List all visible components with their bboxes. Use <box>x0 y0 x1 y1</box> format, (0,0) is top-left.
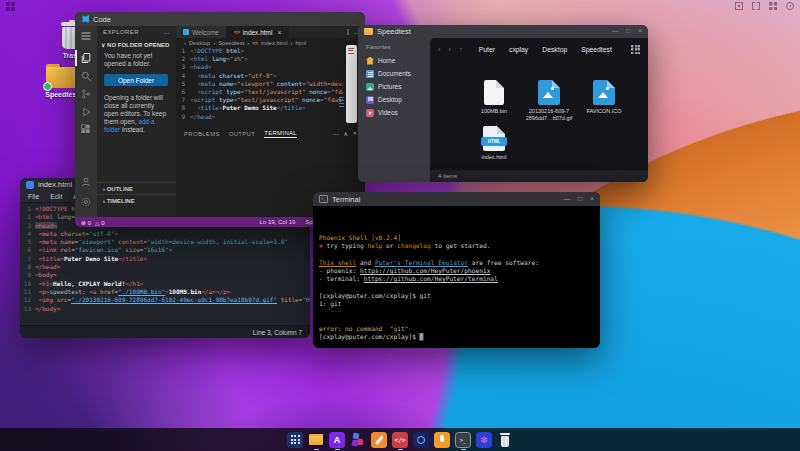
files-main: ‹ › ↑ PutercxplayDesktopSpeedtest 100MB.… <box>430 38 648 182</box>
editor-title: index.html <box>38 180 72 189</box>
tab-index-html[interactable]: <>index.html× <box>227 26 289 38</box>
account-icon[interactable] <box>80 176 92 188</box>
app-center-icon[interactable]: A <box>329 432 345 448</box>
terminal-line: [cxplay@puter.com/cxplay]$ █ <box>319 333 594 341</box>
settings-gear-icon[interactable] <box>80 196 92 208</box>
split-editor-icon[interactable]: ⫿ <box>347 29 349 36</box>
code-line: 6 <link rel="favicon.ico" size="16x16"> <box>20 246 310 254</box>
open-folder-button[interactable]: Open Folder <box>104 74 168 86</box>
sidebar-folder-item[interactable]: Videos <box>366 106 430 119</box>
code-line: 8</head> <box>20 263 310 271</box>
terminal-line: Phoenix Shell [v0.2.4] <box>319 234 594 242</box>
panel-tab-output[interactable]: OUTPUT <box>229 131 255 137</box>
search-icon[interactable] <box>80 70 92 82</box>
menu-icon[interactable] <box>80 30 92 42</box>
code-line: 4 <meta charset="utf-8"> <box>20 230 310 238</box>
close-icon[interactable]: × <box>590 196 594 203</box>
close-icon[interactable]: × <box>638 28 642 35</box>
sidebar-folder-item[interactable]: Desktop <box>366 93 430 106</box>
code-line: 7 <title>Puter Demo Site</title> <box>20 255 310 263</box>
screenshot-tray-icon[interactable] <box>735 2 743 10</box>
source-control-icon[interactable] <box>80 88 92 100</box>
panel-more-icon[interactable]: ⋯ <box>332 130 338 137</box>
breadcrumb-item[interactable]: Speedtest <box>581 46 612 53</box>
folder-icon <box>46 64 78 88</box>
maximize-icon[interactable]: □ <box>626 28 630 35</box>
code-line: 5 <meta name="viewport" content="width=d… <box>20 238 310 246</box>
folder-shortcut-icon <box>366 96 374 104</box>
vscode-code-area[interactable]: 1<!DOCTYPE html>2<html lang="zh">3<head>… <box>176 47 343 121</box>
run-debug-icon[interactable] <box>80 106 92 118</box>
back-icon[interactable]: ‹ <box>438 45 441 54</box>
sidebar-folder-item[interactable]: Pictures <box>366 80 430 93</box>
sidebar-folder-item[interactable]: Documents <box>366 67 430 80</box>
timeline-section[interactable]: › TIMELINE <box>97 194 176 207</box>
breadcrumb-item[interactable]: Puter <box>479 46 495 53</box>
panel-tab-terminal[interactable]: TERMINAL <box>264 130 297 138</box>
tab-close-icon[interactable]: × <box>277 29 281 36</box>
editor-app-icon[interactable] <box>371 432 387 448</box>
vscode-titlebar[interactable]: Code <box>75 12 365 26</box>
fullscreen-tray-icon[interactable] <box>752 2 760 10</box>
status-line-col[interactable]: Ln 19, Col 19 <box>260 219 296 225</box>
up-icon[interactable]: ↑ <box>459 45 463 54</box>
dev-center-icon[interactable] <box>350 432 366 448</box>
breadcrumb-file-icon: <> <box>252 40 258 46</box>
terminal-window: >_ Terminal — □ × Phoenix Shell [v0.2.4]… <box>313 192 600 348</box>
maximize-icon[interactable]: □ <box>578 196 582 203</box>
file-item[interactable]: HTML index.html <box>462 126 526 161</box>
breadcrumb-item[interactable]: cxplay <box>509 46 528 53</box>
menu-item[interactable]: File <box>28 193 39 200</box>
vscode-title: Code <box>93 15 111 24</box>
files-titlebar[interactable]: Speedtest — □ × <box>358 25 648 38</box>
breadcrumb-item[interactable]: Desktop <box>542 46 567 53</box>
code-line: 5 <meta name="viewport" content="width=d… <box>176 80 343 88</box>
terminal-title: Terminal <box>332 195 360 204</box>
code-app-icon[interactable]: </> <box>392 432 408 448</box>
panel-collapse-icon[interactable]: ∧ <box>343 130 348 137</box>
terminal-titlebar[interactable]: >_ Terminal — □ × <box>313 192 600 206</box>
terminal-app-icon[interactable]: >_ <box>455 432 471 448</box>
no-folder-section[interactable]: ∨ NO FOLDER OPENED <box>97 39 176 50</box>
launcher-tray-icon[interactable] <box>769 2 777 10</box>
problems-warnings[interactable]: △ 0 <box>95 219 105 226</box>
camera-app-icon[interactable] <box>413 432 429 448</box>
terminal-line: [cxplay@puter.com/cxplay]$ git <box>319 292 594 300</box>
panel-close-icon[interactable]: × <box>353 130 357 137</box>
files-toolbar: ‹ › ↑ PutercxplayDesktopSpeedtest <box>430 38 648 60</box>
panel-tabs: PROBLEMS OUTPUT TERMINAL ⋯∧× <box>176 128 365 139</box>
terminal-line <box>319 317 594 325</box>
launcher-icon[interactable] <box>287 432 303 448</box>
code-line: 12 <img src="./20130216-609-72896dd7-610… <box>20 296 310 304</box>
tab-welcome[interactable]: Welcome <box>176 26 227 38</box>
extensions-icon[interactable] <box>80 124 92 136</box>
files-title: Speedtest <box>377 27 411 36</box>
clock-tray-icon[interactable] <box>786 2 794 10</box>
problems-errors[interactable]: ⊗ 0 <box>81 219 91 226</box>
explorer-more-icon[interactable]: ⋯ <box>164 29 170 36</box>
recorder-app-icon[interactable] <box>434 432 450 448</box>
terminal-line: ^^^ <box>319 309 594 317</box>
sidebar-folder-item[interactable]: Home <box>366 54 430 67</box>
explorer-header: EXPLORER <box>103 29 139 36</box>
menu-item[interactable]: Edit <box>50 193 62 200</box>
terminal-line <box>319 250 594 258</box>
forward-icon[interactable]: › <box>449 45 452 54</box>
speedtest-app-icon[interactable]: ✻ <box>476 432 492 448</box>
code-line: 9</head> <box>176 113 343 121</box>
grid-view-icon[interactable] <box>631 45 640 54</box>
minimize-icon[interactable]: — <box>612 28 619 35</box>
minimap[interactable] <box>346 45 357 123</box>
files-statusbar: 4 items <box>430 170 648 182</box>
file-item[interactable]: FAVICON.ICO <box>572 80 636 115</box>
trash-dock-icon[interactable] <box>497 432 513 448</box>
terminal-line: - terminal: https://github.com/HeyPuter/… <box>319 275 594 283</box>
terminal-line: This shell and Puter's Terminal Emulator… <box>319 259 594 267</box>
folder-hint-text: Opening a folder will close all currentl… <box>97 90 176 138</box>
files-app-icon[interactable] <box>308 432 324 448</box>
minimize-icon[interactable]: — <box>564 196 571 203</box>
breadcrumb[interactable]: ›Desktop ›Speedtest ›<>index.html ›html <box>176 38 365 47</box>
terminal-content[interactable]: Phoenix Shell [v0.2.4]✻ try typing help … <box>313 206 600 345</box>
explorer-icon[interactable] <box>80 52 92 64</box>
panel-tab-problems[interactable]: PROBLEMS <box>184 131 220 137</box>
